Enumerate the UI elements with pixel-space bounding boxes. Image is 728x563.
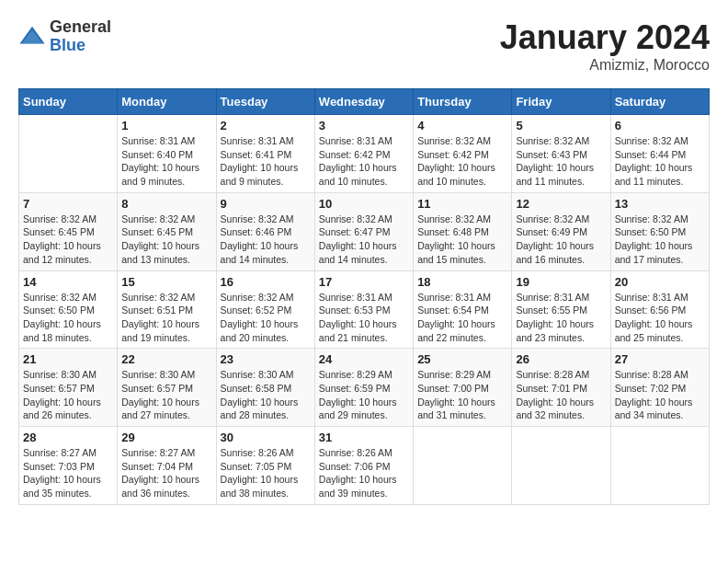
day-number: 18 [417, 275, 507, 289]
calendar-cell [19, 115, 118, 193]
day-number: 25 [417, 352, 507, 366]
week-row: 28Sunrise: 8:27 AMSunset: 7:03 PMDayligh… [19, 427, 710, 505]
day-info: Sunrise: 8:32 AMSunset: 6:50 PMDaylight:… [23, 291, 113, 345]
calendar-cell: 18Sunrise: 8:31 AMSunset: 6:54 PMDayligh… [414, 270, 512, 349]
day-number: 5 [516, 119, 606, 132]
day-info: Sunrise: 8:29 AMSunset: 7:00 PMDaylight:… [417, 368, 507, 422]
calendar-cell [512, 427, 610, 505]
day-number: 15 [121, 275, 211, 289]
day-info: Sunrise: 8:31 AMSunset: 6:41 PMDaylight:… [221, 134, 311, 189]
day-info: Sunrise: 8:26 AMSunset: 7:06 PMDaylight:… [319, 446, 409, 500]
calendar-header: SundayMondayTuesdayWednesdayThursdayFrid… [19, 89, 710, 115]
title-block: January 2024 Amizmiz, Morocco [500, 18, 710, 74]
logo-text: General Blue [50, 18, 111, 55]
header-cell-monday: Monday [118, 89, 216, 115]
calendar-cell: 7Sunrise: 8:32 AMSunset: 6:45 PMDaylight… [19, 192, 118, 270]
day-number: 27 [615, 352, 705, 366]
calendar-cell: 14Sunrise: 8:32 AMSunset: 6:50 PMDayligh… [19, 270, 118, 349]
logo-blue: Blue [50, 37, 111, 55]
day-info: Sunrise: 8:31 AMSunset: 6:54 PMDaylight:… [417, 291, 507, 345]
calendar-cell: 26Sunrise: 8:28 AMSunset: 7:01 PMDayligh… [512, 349, 610, 427]
day-info: Sunrise: 8:27 AMSunset: 7:04 PMDaylight:… [121, 446, 211, 500]
header-cell-sunday: Sunday [19, 89, 118, 115]
header-cell-wednesday: Wednesday [314, 89, 413, 115]
calendar-cell: 31Sunrise: 8:26 AMSunset: 7:06 PMDayligh… [314, 427, 413, 505]
calendar-cell: 27Sunrise: 8:28 AMSunset: 7:02 PMDayligh… [610, 349, 709, 427]
calendar-cell: 29Sunrise: 8:27 AMSunset: 7:04 PMDayligh… [118, 427, 216, 505]
day-info: Sunrise: 8:29 AMSunset: 6:59 PMDaylight:… [319, 368, 409, 422]
week-row: 14Sunrise: 8:32 AMSunset: 6:50 PMDayligh… [19, 270, 710, 349]
calendar-cell: 13Sunrise: 8:32 AMSunset: 6:50 PMDayligh… [610, 192, 709, 270]
calendar-cell: 15Sunrise: 8:32 AMSunset: 6:51 PMDayligh… [118, 270, 216, 349]
calendar-cell: 22Sunrise: 8:30 AMSunset: 6:57 PMDayligh… [118, 349, 216, 427]
day-number: 30 [221, 431, 311, 444]
day-number: 11 [417, 197, 507, 211]
header-cell-thursday: Thursday [414, 89, 512, 115]
day-info: Sunrise: 8:32 AMSunset: 6:43 PMDaylight:… [516, 134, 606, 189]
day-info: Sunrise: 8:32 AMSunset: 6:44 PMDaylight:… [615, 134, 705, 189]
day-number: 24 [319, 352, 409, 366]
day-info: Sunrise: 8:31 AMSunset: 6:42 PMDaylight:… [319, 134, 409, 189]
calendar-cell: 1Sunrise: 8:31 AMSunset: 6:40 PMDaylight… [118, 115, 216, 193]
calendar-cell: 10Sunrise: 8:32 AMSunset: 6:47 PMDayligh… [314, 192, 413, 270]
day-number: 14 [23, 275, 113, 289]
day-info: Sunrise: 8:28 AMSunset: 7:02 PMDaylight:… [615, 368, 705, 422]
logo: General Blue [18, 18, 111, 55]
week-row: 7Sunrise: 8:32 AMSunset: 6:45 PMDaylight… [19, 192, 710, 270]
calendar-cell: 23Sunrise: 8:30 AMSunset: 6:58 PMDayligh… [216, 349, 314, 427]
calendar-cell: 21Sunrise: 8:30 AMSunset: 6:57 PMDayligh… [19, 349, 118, 427]
day-info: Sunrise: 8:31 AMSunset: 6:55 PMDaylight:… [516, 291, 606, 345]
day-info: Sunrise: 8:28 AMSunset: 7:01 PMDaylight:… [516, 368, 606, 422]
day-number: 31 [319, 431, 409, 444]
day-info: Sunrise: 8:32 AMSunset: 6:42 PMDaylight:… [417, 134, 507, 189]
header-row: SundayMondayTuesdayWednesdayThursdayFrid… [19, 89, 710, 115]
day-number: 9 [221, 197, 311, 211]
calendar-cell: 17Sunrise: 8:31 AMSunset: 6:53 PMDayligh… [314, 270, 413, 349]
calendar-body: 1Sunrise: 8:31 AMSunset: 6:40 PMDaylight… [19, 115, 710, 505]
day-number: 19 [516, 275, 606, 289]
day-number: 1 [121, 119, 211, 132]
day-number: 28 [23, 431, 113, 444]
calendar-cell: 6Sunrise: 8:32 AMSunset: 6:44 PMDaylight… [610, 115, 709, 193]
day-number: 26 [516, 352, 606, 366]
calendar-cell: 30Sunrise: 8:26 AMSunset: 7:05 PMDayligh… [216, 427, 314, 505]
day-info: Sunrise: 8:31 AMSunset: 6:56 PMDaylight:… [615, 291, 705, 345]
day-info: Sunrise: 8:30 AMSunset: 6:57 PMDaylight:… [121, 368, 211, 422]
calendar-cell [414, 427, 512, 505]
day-number: 6 [615, 119, 705, 132]
day-number: 8 [121, 197, 211, 211]
day-info: Sunrise: 8:32 AMSunset: 6:47 PMDaylight:… [319, 213, 409, 267]
day-number: 13 [615, 197, 705, 211]
header-cell-friday: Friday [512, 89, 610, 115]
day-number: 7 [23, 197, 113, 211]
day-info: Sunrise: 8:32 AMSunset: 6:48 PMDaylight:… [417, 213, 507, 267]
day-number: 29 [121, 431, 211, 444]
calendar-cell: 3Sunrise: 8:31 AMSunset: 6:42 PMDaylight… [314, 115, 413, 193]
calendar-cell: 28Sunrise: 8:27 AMSunset: 7:03 PMDayligh… [19, 427, 118, 505]
calendar-cell: 25Sunrise: 8:29 AMSunset: 7:00 PMDayligh… [414, 349, 512, 427]
day-number: 16 [221, 275, 311, 289]
page-header: General Blue January 2024 Amizmiz, Moroc… [18, 18, 710, 74]
calendar-cell: 8Sunrise: 8:32 AMSunset: 6:45 PMDaylight… [118, 192, 216, 270]
day-number: 23 [221, 352, 311, 366]
day-info: Sunrise: 8:27 AMSunset: 7:03 PMDaylight:… [23, 446, 113, 500]
day-info: Sunrise: 8:31 AMSunset: 6:53 PMDaylight:… [319, 291, 409, 345]
header-cell-tuesday: Tuesday [216, 89, 314, 115]
day-info: Sunrise: 8:32 AMSunset: 6:45 PMDaylight:… [121, 213, 211, 267]
day-number: 12 [516, 197, 606, 211]
logo-general: General [50, 18, 111, 37]
day-info: Sunrise: 8:32 AMSunset: 6:49 PMDaylight:… [516, 213, 606, 267]
day-number: 2 [221, 119, 311, 132]
calendar-cell: 20Sunrise: 8:31 AMSunset: 6:56 PMDayligh… [610, 270, 709, 349]
calendar-cell: 16Sunrise: 8:32 AMSunset: 6:52 PMDayligh… [216, 270, 314, 349]
week-row: 1Sunrise: 8:31 AMSunset: 6:40 PMDaylight… [19, 115, 710, 193]
header-cell-saturday: Saturday [610, 89, 709, 115]
calendar-cell: 2Sunrise: 8:31 AMSunset: 6:41 PMDaylight… [216, 115, 314, 193]
day-number: 20 [615, 275, 705, 289]
day-number: 21 [23, 352, 113, 366]
day-number: 3 [319, 119, 409, 132]
day-info: Sunrise: 8:26 AMSunset: 7:05 PMDaylight:… [221, 446, 311, 500]
day-info: Sunrise: 8:30 AMSunset: 6:58 PMDaylight:… [221, 368, 311, 422]
subtitle: Amizmiz, Morocco [500, 57, 710, 74]
calendar-cell: 4Sunrise: 8:32 AMSunset: 6:42 PMDaylight… [414, 115, 512, 193]
